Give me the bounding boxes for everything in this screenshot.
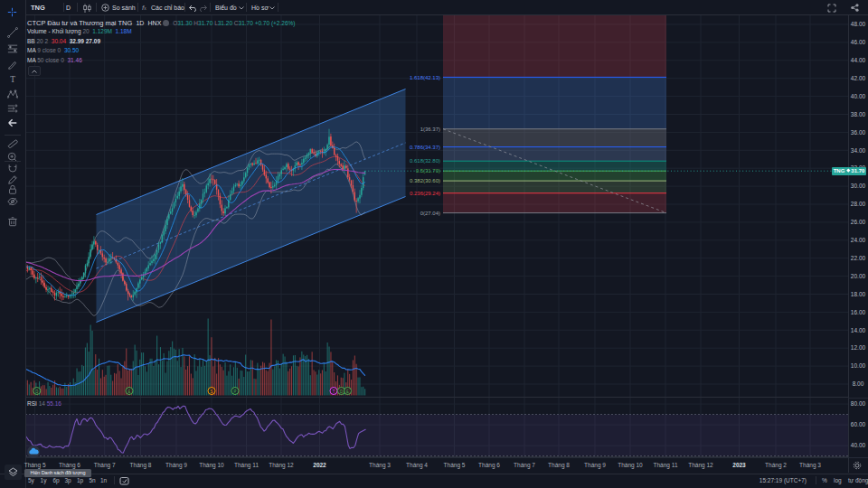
svg-text:0(27.04): 0(27.04) [420, 211, 440, 216]
svg-text:0.618(32.80): 0.618(32.80) [410, 158, 440, 164]
svg-text:E: E [127, 389, 130, 394]
svg-text:0.236(29.24): 0.236(29.24) [410, 191, 440, 196]
svg-text:0.382(30.60): 0.382(30.60) [410, 178, 440, 183]
svg-text:0.786(34.37): 0.786(34.37) [410, 145, 440, 150]
svg-text:P: P [233, 389, 236, 394]
svg-text:1(36.37): 1(36.37) [420, 127, 440, 132]
svg-text:T: T [10, 75, 15, 84]
svg-text:S: S [210, 389, 212, 394]
svg-text:1.618(42.13): 1.618(42.13) [410, 75, 440, 80]
svg-text:E: E [346, 389, 349, 394]
svg-text:T: T [333, 389, 335, 394]
